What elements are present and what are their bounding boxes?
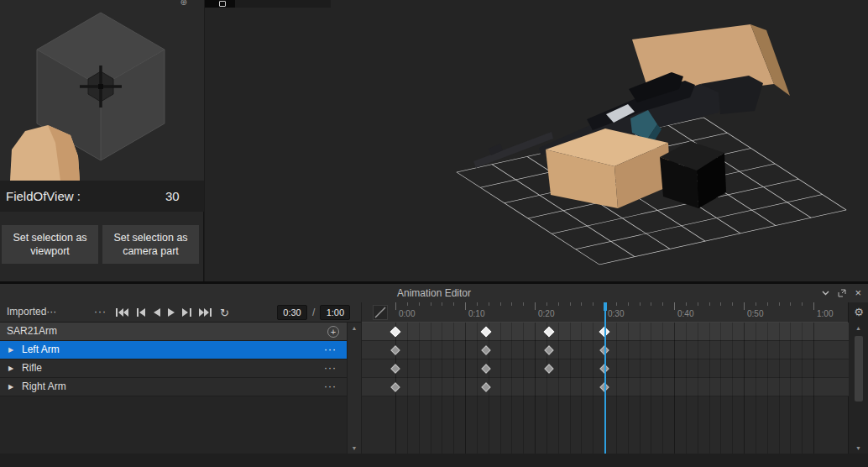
3d-viewport[interactable] [205, 0, 868, 281]
track-row-rifle[interactable]: ▶ Rifle ··· [0, 359, 347, 378]
timeline-gridline [662, 323, 663, 454]
ruler-tick [431, 302, 431, 306]
clip-menu-button[interactable]: ··· [94, 302, 107, 322]
timeline-gridline [511, 323, 512, 454]
ruler-tick [698, 302, 698, 306]
ruler-label: 0:40 [677, 309, 693, 318]
animation-editor-titlebar: Animation Editor × [0, 284, 868, 302]
scroll-up-icon[interactable]: ▲ [849, 325, 868, 331]
playback-controls-bar: Imported··· ··· [0, 302, 361, 323]
animation-editor-panel: Animation Editor × Imported··· ··· [0, 281, 868, 467]
timeline-gridline [419, 323, 420, 454]
fov-value[interactable]: 30 [165, 181, 180, 212]
ruler-tick [419, 302, 420, 306]
ruler-tick [802, 302, 803, 306]
ruler-tick [640, 302, 641, 306]
play-button[interactable] [168, 302, 175, 323]
next-keyframe-button[interactable] [182, 302, 191, 323]
ruler-tick [581, 302, 582, 306]
timeline-gridline [465, 323, 466, 454]
timeline-gridline [431, 323, 431, 454]
set-selection-as-camera-part-button[interactable]: Set selection as camera part [102, 225, 199, 264]
timeline-gridline [500, 323, 501, 454]
close-icon[interactable]: × [855, 284, 861, 302]
fov-label: FieldOfView : [6, 181, 81, 212]
ruler-label: 0:10 [468, 309, 484, 318]
ruler-tick [535, 302, 536, 310]
timeline-gridline [732, 323, 733, 454]
play-reverse-button[interactable] [154, 302, 160, 323]
timeline-gridline [453, 323, 454, 454]
timeline-gridline [640, 323, 641, 454]
timeline-gridline [779, 323, 780, 454]
ruler-tick [477, 302, 478, 306]
track-menu-button[interactable]: ··· [324, 359, 337, 377]
ruler-tick [465, 302, 466, 310]
go-to-first-frame-button[interactable] [116, 302, 129, 323]
track-row-left-arm[interactable]: ▶ Left Arm ··· [0, 341, 347, 359]
timeline-gridline [581, 323, 582, 454]
timeline-gridline [767, 323, 768, 454]
track-name: Left Arm [22, 341, 60, 359]
camera-preview-viewport[interactable]: ⊕ [0, 0, 204, 181]
timeline: 0:000:100:200:300:400:501:00 [361, 302, 848, 454]
ruler-tick [651, 302, 651, 306]
ruler-tick [662, 302, 663, 306]
track-list-scrollbar[interactable]: ▲ ▼ [347, 323, 361, 454]
ruler-label: 0:30 [608, 309, 624, 318]
timeline-gridline [442, 323, 442, 454]
popout-window-icon[interactable] [838, 289, 846, 297]
timeline-gridline [674, 323, 675, 454]
playhead-handle[interactable] [604, 302, 607, 311]
collapse-chevron-icon[interactable] [822, 291, 829, 296]
track-menu-button[interactable]: ··· [324, 378, 337, 396]
timeline-gridline [628, 323, 629, 454]
scroll-down-icon[interactable]: ▼ [849, 445, 868, 451]
timeline-gridline [523, 323, 524, 454]
total-time-field[interactable]: 1:00 [320, 305, 350, 320]
track-menu-button[interactable]: ··· [324, 341, 337, 359]
current-time-field[interactable]: 0:30 [277, 305, 307, 320]
scroll-down-icon[interactable]: ▼ [348, 445, 361, 451]
timeline-vertical-scrollbar[interactable]: ⚙ ▲ ▼ [848, 302, 868, 454]
timeline-gridline [535, 323, 536, 454]
ruler-tick [628, 302, 629, 306]
timeline-gridline [813, 323, 814, 454]
expander-icon[interactable]: ▶ [8, 378, 13, 396]
add-track-button[interactable]: + [327, 326, 339, 338]
ruler-tick [616, 302, 617, 306]
ruler-tick [407, 302, 408, 306]
loop-toggle-icon[interactable]: ↻ [220, 302, 229, 323]
timeline-gridline [698, 323, 698, 454]
ruler-tick [500, 302, 501, 306]
expander-icon[interactable]: ▶ [8, 341, 13, 359]
easing-mode-button[interactable] [373, 305, 388, 320]
expander-icon[interactable]: ▶ [8, 359, 13, 378]
ruler-label: 1:00 [817, 309, 833, 318]
set-selection-as-viewport-button[interactable]: Set selection as viewport [2, 225, 98, 264]
ruler-tick [779, 302, 780, 306]
ruler-tick [511, 302, 512, 306]
timeline-gridline [570, 323, 571, 454]
timeline-gridline [616, 323, 617, 454]
ruler-label: 0:20 [538, 309, 554, 318]
track-row-sar21arm[interactable]: SAR21Arm + [0, 323, 347, 341]
track-row-right-arm[interactable]: ▶ Right Arm ··· [0, 378, 347, 396]
timeline-gridline [651, 323, 651, 454]
vertical-scroll-thumb[interactable] [855, 336, 863, 401]
previous-keyframe-button[interactable] [137, 302, 146, 323]
timeline-gridline [686, 323, 687, 454]
settings-gear-icon[interactable]: ⚙ [849, 302, 868, 323]
timeline-gridline [790, 323, 791, 454]
track-name: Rifle [22, 359, 42, 377]
3d-scene[interactable] [205, 0, 868, 281]
go-to-last-frame-button[interactable] [199, 302, 212, 323]
scroll-up-icon[interactable]: ▲ [348, 325, 361, 331]
timeline-gridline [477, 323, 478, 454]
camera-buttons-row: Set selection as viewport Set selection … [2, 225, 199, 264]
ruler-tick [767, 302, 768, 306]
ruler-tick [709, 302, 710, 306]
timeline-gridline [546, 323, 547, 454]
playhead[interactable] [604, 302, 606, 454]
timeline-gridline [558, 323, 559, 454]
